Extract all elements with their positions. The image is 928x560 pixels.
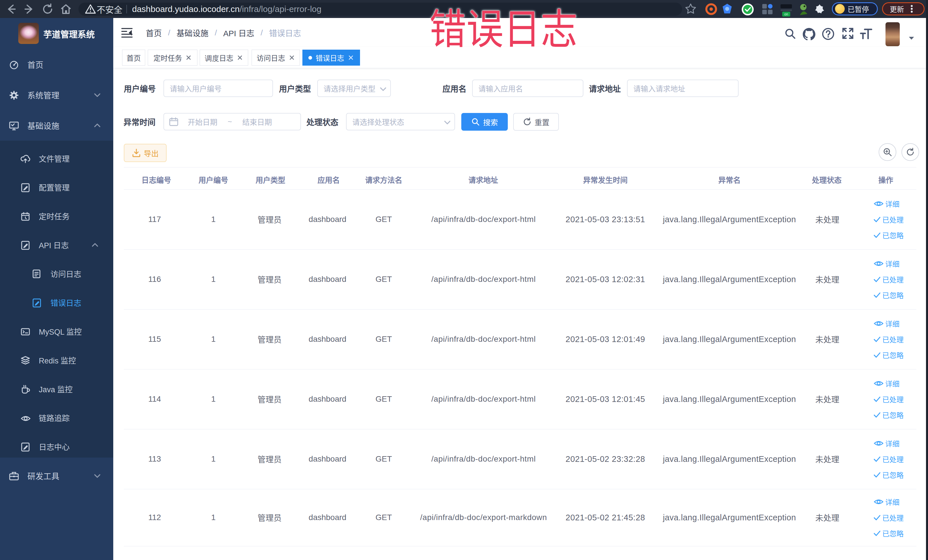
svg-text:on: on	[784, 12, 788, 16]
